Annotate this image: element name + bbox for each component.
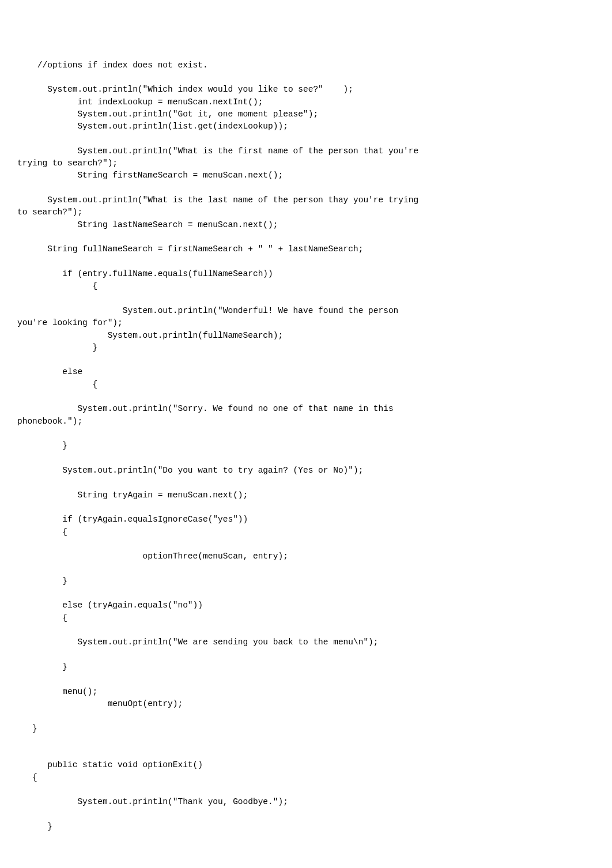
- code-block: //options if index does not exist. Syste…: [17, 35, 595, 833]
